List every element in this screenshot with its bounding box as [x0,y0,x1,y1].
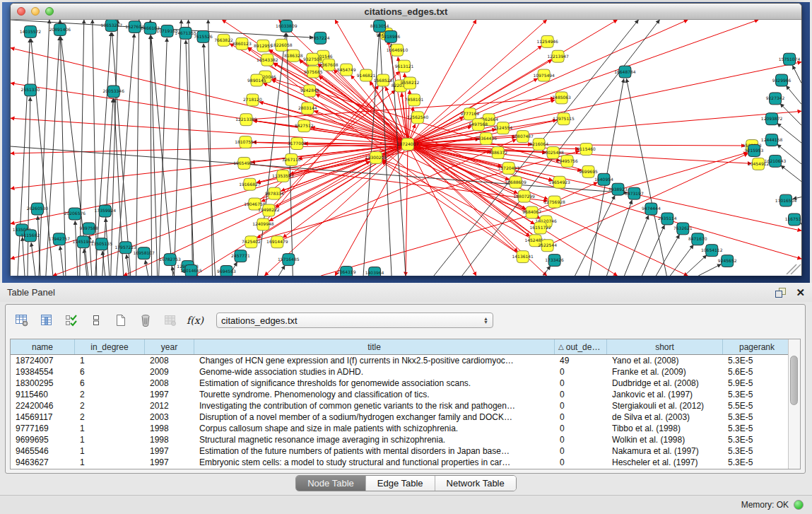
network-node[interactable]: 2935114 [658,213,677,225]
network-node[interactable]: 9146821 [357,69,376,81]
network-edge[interactable] [175,20,182,276]
network-edge[interactable] [304,144,408,144]
network-edge[interactable] [23,237,25,276]
network-edge[interactable] [278,266,285,276]
table-row[interactable]: 946362711997Embryonic stem cells: a mode… [11,457,789,468]
float-panel-icon[interactable] [775,288,786,298]
column-header-out_degree[interactable]: △out_de… [555,339,607,354]
network-edge[interactable] [159,38,167,276]
network-node[interactable]: 1167531 [785,214,801,226]
network-node[interactable]: 9699695 [579,165,598,177]
column-header-in_degree[interactable]: in_degree [75,339,145,354]
network-node[interactable]: 1403964 [365,267,384,276]
window-titlebar[interactable]: citations_edges.txt [11,4,801,20]
column-header-title[interactable]: title [194,339,555,354]
table-row[interactable]: 1872400712008Changes of HCN gene express… [11,355,789,366]
network-node[interactable]: 18226058 [271,39,293,51]
network-node[interactable]: 16914479 [266,236,288,248]
table-scrollbar[interactable] [788,339,800,469]
minimize-button[interactable] [31,7,40,16]
network-edge[interactable] [408,144,553,180]
resize-grip-icon[interactable] [787,264,801,274]
network-edge[interactable] [189,20,193,276]
network-node[interactable]: 2803144 [298,103,317,115]
network-edge[interactable] [11,146,627,193]
network-node[interactable]: 8216064 [529,139,548,151]
network-edge[interactable] [126,255,129,276]
network-canvas-svg[interactable]: 1872400718300295886012389129551822605816… [11,20,801,276]
network-edge[interactable] [670,245,693,276]
network-edge[interactable] [780,104,801,126]
network-edge[interactable] [392,44,406,276]
network-node[interactable]: 20891406 [49,23,71,35]
network-node[interactable]: 11254946 [536,35,558,47]
network-node[interactable]: 7857224 [311,32,330,44]
network-node[interactable]: 1640954 [594,173,613,185]
network-node[interactable]: 7458101 [405,94,424,106]
network-node[interactable]: 17942757 [49,233,71,245]
network-edge[interactable] [272,78,589,171]
table-selector-dropdown[interactable]: citations_edges.txt ▲▼ [216,313,493,328]
network-node[interactable]: 13505135 [91,238,113,250]
table-row[interactable]: 1938455462009Genome-wide association stu… [11,366,789,378]
scrollbar-thumb[interactable] [790,356,798,405]
network-node[interactable]: 12444158 [761,134,783,146]
column-header-year[interactable]: year [145,339,194,354]
network-edge[interactable] [146,260,148,276]
network-node[interactable]: 15716485 [278,254,300,266]
network-node[interactable]: 2718120 [243,94,262,106]
network-edge[interactable] [624,216,648,276]
network-edge[interactable] [408,20,617,144]
row-height-icon[interactable] [87,311,105,329]
network-edge[interactable] [408,144,476,276]
network-node[interactable]: 12093872 [761,113,783,125]
network-node[interactable]: 16648784 [614,66,636,78]
network-node[interactable]: 18807299 [513,190,535,202]
network-node[interactable]: 9227342 [766,93,785,105]
network-node[interactable]: 1733426 [545,255,564,267]
network-edge[interactable] [698,264,721,276]
table-row[interactable]: 2242004622012Investigating the contribut… [11,400,789,411]
network-node[interactable]: 10807487 [512,131,534,143]
network-node[interactable]: 2457771 [231,250,250,262]
network-node[interactable]: 26260530 [27,203,49,215]
network-canvas[interactable]: 1872400718300295886012389129551822605816… [11,20,801,276]
network-node[interactable]: 7632621 [673,223,693,235]
network-edge[interactable] [136,20,139,276]
network-edge[interactable] [786,86,801,104]
close-panel-icon[interactable]: ✕ [796,288,805,298]
network-node[interactable]: 19498222 [258,204,280,216]
network-node[interactable]: 2651330 [21,84,40,96]
network-node[interactable]: 14035572 [20,25,42,37]
network-node[interactable]: 16033809 [276,20,298,32]
network-node[interactable]: 10653287 [101,20,123,31]
network-edge[interactable] [548,153,748,245]
network-node[interactable]: 14136141 [512,251,534,263]
network-edge[interactable] [186,40,194,276]
close-button[interactable] [17,7,25,16]
column-header-pagerank[interactable]: pagerank [723,339,789,354]
network-node[interactable]: 8427512 [295,120,314,132]
table-settings-icon[interactable] [13,311,31,329]
network-edge[interactable] [606,200,632,276]
table-row[interactable]: 946554611997Estimation of the future num… [11,445,789,457]
network-node[interactable]: 6473197 [625,187,644,199]
function-builder-icon[interactable]: f(x) [186,311,204,329]
zoom-button[interactable] [45,7,54,16]
network-edge[interactable] [60,246,64,276]
table-row[interactable]: 911546021997Tourette syndrome. Phenomeno… [11,389,789,400]
network-edge[interactable] [684,255,707,276]
network-node[interactable]: 18107554 [235,136,257,148]
network-node[interactable]: 7615526 [194,30,213,42]
network-edge[interactable] [575,196,615,276]
network-node[interactable]: 16646910 [387,44,408,56]
column-header-name[interactable]: name [11,339,75,354]
network-node[interactable]: 17016504 [775,194,797,206]
table-row[interactable]: 977716911998Corpus callosum shape and si… [11,423,789,434]
network-node[interactable]: 12213389 [235,114,257,126]
network-node[interactable]: 8471670 [688,233,707,245]
network-edge[interactable] [93,20,97,276]
network-edge[interactable] [626,78,666,276]
network-edge[interactable] [543,266,551,276]
network-node[interactable]: 9329966 [772,74,792,86]
